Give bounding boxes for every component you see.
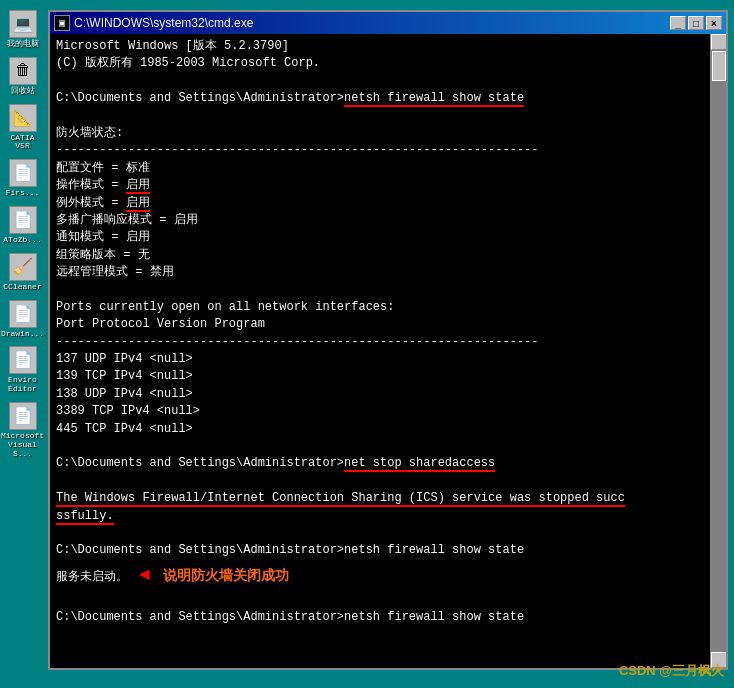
scrollbar-track: [711, 50, 726, 652]
restore-button[interactable]: □: [688, 16, 704, 30]
opmode-text: 操作模式 =: [56, 178, 126, 192]
close-button[interactable]: ×: [706, 16, 722, 30]
stopped-text1: The Windows Firewall/Internet Connection…: [56, 491, 625, 507]
line-remote: 远程管理模式 = 禁用: [56, 264, 720, 281]
prompt4: C:\Documents and Settings\Administrator>: [56, 610, 344, 624]
line-port445: 445 TCP IPv4 <null>: [56, 421, 720, 438]
desktop-icon-drawing[interactable]: 📄 Drawin...: [3, 300, 43, 339]
line-cmd1: C:\Documents and Settings\Administrator>…: [56, 90, 720, 107]
line-port139: 139 TCP IPv4 <null>: [56, 368, 720, 385]
titlebar-buttons: _ □ ×: [670, 16, 722, 30]
desktop-icon-enviro[interactable]: 📄 Enviro Editor: [3, 346, 43, 394]
line-separator1: ----------------------------------------…: [56, 142, 720, 159]
line-blank1: [56, 73, 720, 90]
ccleaner-icon: 🧹: [9, 253, 37, 281]
line-blank5: [56, 473, 720, 490]
line-blank7: [56, 592, 720, 609]
prompt1: C:\Documents and Settings\Administrator>: [56, 91, 344, 105]
first-icon: 📄: [9, 159, 37, 187]
line-port3389: 3389 TCP IPv4 <null>: [56, 403, 720, 420]
enviro-icon: 📄: [9, 346, 37, 374]
line-stopped2: ssfully.: [56, 508, 720, 525]
catia-label: CATIA V5R: [3, 134, 43, 152]
recycle-icon: 🗑: [9, 57, 37, 85]
exceptmode-text: 例外模式 =: [56, 196, 126, 210]
scrollbar[interactable]: ▲ ▼: [710, 34, 726, 668]
line-blank2: [56, 108, 720, 125]
desktop-icon-recycle[interactable]: 🗑 回收站: [3, 57, 43, 96]
line-opmode: 操作模式 = 启用: [56, 177, 720, 194]
exceptmode-value: 启用: [126, 196, 150, 212]
scrollbar-thumb[interactable]: [712, 51, 726, 81]
drawing-label: Drawin...: [1, 330, 44, 339]
opmode-value: 启用: [126, 178, 150, 194]
line-blank6: [56, 525, 720, 542]
mycomputer-icon: 💻: [9, 10, 37, 38]
line-port138: 138 UDP IPv4 <null>: [56, 386, 720, 403]
cmd4-text: netsh firewall show state: [344, 610, 524, 624]
enviro-label: Enviro Editor: [3, 376, 43, 394]
not-started-text: 服务未启动。: [56, 570, 128, 584]
annotation-text: 说明防火墙关闭成功: [163, 567, 289, 583]
line-version: Microsoft Windows [版本 5.2.3790]: [56, 38, 720, 55]
prompt3: C:\Documents and Settings\Administrator>: [56, 543, 344, 557]
desktop-icon-mycomputer[interactable]: 💻 我的电脑: [3, 10, 43, 49]
stopped-text2: ssfully.: [56, 509, 114, 525]
line-exceptmode: 例外模式 = 启用: [56, 195, 720, 212]
titlebar-left: ▣ C:\WINDOWS\system32\cmd.exe: [54, 15, 253, 31]
line-separator2: ----------------------------------------…: [56, 334, 720, 351]
cmd-icon-symbol: ▣: [59, 17, 65, 29]
drawing-icon: 📄: [9, 300, 37, 328]
line-not-started: 服务未启动。 ◄ 说明防火墙关闭成功: [56, 562, 720, 588]
scroll-up-button[interactable]: ▲: [711, 34, 726, 50]
desktop-icon-ccleaner[interactable]: 🧹 CCleaner: [3, 253, 43, 292]
annotation-area: 服务未启动。 ◄ 说明防火墙关闭成功: [56, 562, 720, 588]
minimize-button[interactable]: _: [670, 16, 686, 30]
atozb-icon: 📄: [9, 206, 37, 234]
desktop-icons: 💻 我的电脑 🗑 回收站 📐 CATIA V5R 📄 Firs... 📄 ATo…: [0, 0, 45, 688]
line-cmd2: C:\Documents and Settings\Administrator>…: [56, 455, 720, 472]
line-cmd4: C:\Documents and Settings\Administrator>…: [56, 609, 720, 626]
cmd-titlebar: ▣ C:\WINDOWS\system32\cmd.exe _ □ ×: [50, 12, 726, 34]
line-port137: 137 UDP IPv4 <null>: [56, 351, 720, 368]
visual-label: Microsoft Visual S...: [1, 432, 44, 458]
desktop-icon-visual[interactable]: 📄 Microsoft Visual S...: [3, 402, 43, 458]
mycomputer-label: 我的电脑: [7, 40, 39, 49]
desktop-icon-catia[interactable]: 📐 CATIA V5R: [3, 104, 43, 152]
csdn-watermark: CSDN @三月枫火: [619, 662, 724, 680]
line-policy: 组策略版本 = 无: [56, 247, 720, 264]
line-ports-cols: Port Protocol Version Program: [56, 316, 720, 333]
ccleaner-label: CCleaner: [3, 283, 41, 292]
line-blank3: [56, 281, 720, 298]
cmd-title: C:\WINDOWS\system32\cmd.exe: [74, 16, 253, 30]
line-cmd3: C:\Documents and Settings\Administrator>…: [56, 542, 720, 559]
cmd-window: ▣ C:\WINDOWS\system32\cmd.exe _ □ × Micr…: [48, 10, 728, 670]
visual-icon: 📄: [9, 402, 37, 430]
catia-icon: 📐: [9, 104, 37, 132]
line-copyright: (C) 版权所有 1985-2003 Microsoft Corp.: [56, 55, 720, 72]
line-blank4: [56, 438, 720, 455]
line-stopped1: The Windows Firewall/Internet Connection…: [56, 490, 720, 507]
desktop-icon-first[interactable]: 📄 Firs...: [3, 159, 43, 198]
cmd-icon: ▣: [54, 15, 70, 31]
first-label: Firs...: [6, 189, 40, 198]
arrow-icon: ◄: [139, 565, 150, 585]
cmd2-text: net stop sharedaccess: [344, 456, 495, 472]
recycle-label: 回收站: [11, 87, 35, 96]
atozb-label: AToZb...: [3, 236, 41, 245]
line-multicast: 多播广播响应模式 = 启用: [56, 212, 720, 229]
line-profile: 配置文件 = 标准: [56, 160, 720, 177]
line-firewall-title: 防火墙状态:: [56, 125, 720, 142]
desktop-icon-atozb[interactable]: 📄 AToZb...: [3, 206, 43, 245]
line-notify: 通知模式 = 启用: [56, 229, 720, 246]
cmd1-text: netsh firewall show state: [344, 91, 524, 107]
cmd3-text: netsh firewall show state: [344, 543, 524, 557]
cmd-content: Microsoft Windows [版本 5.2.3790] (C) 版权所有…: [50, 34, 726, 668]
prompt2: C:\Documents and Settings\Administrator>: [56, 456, 344, 470]
line-ports-header: Ports currently open on all network inte…: [56, 299, 720, 316]
